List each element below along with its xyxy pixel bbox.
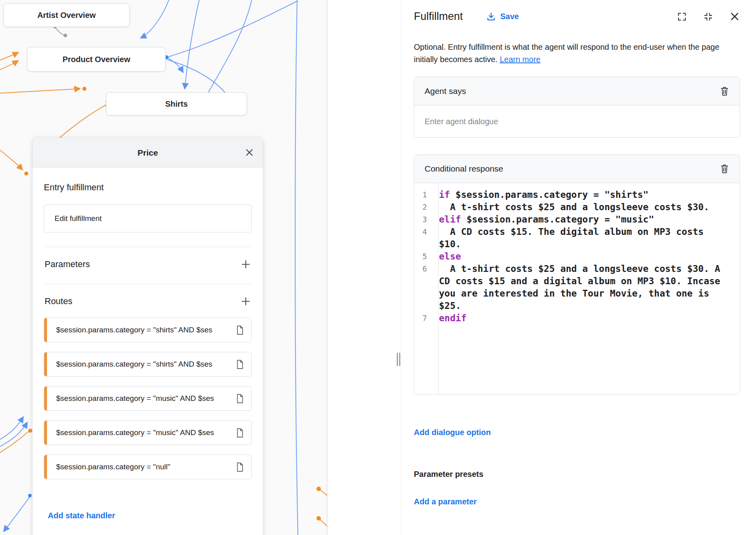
panel-description: Optional. Entry fulfillment is what the … bbox=[414, 41, 729, 66]
route-accent-bar bbox=[44, 421, 47, 445]
node-label: Artist Overview bbox=[37, 11, 96, 20]
code-line: 6 A t-shirt costs $25 and a longsleeve c… bbox=[414, 263, 740, 312]
agent-says-card: Agent says bbox=[414, 77, 740, 138]
line-number: 7 bbox=[414, 312, 433, 324]
code-line: 3 elif $session.params.category = "music… bbox=[414, 213, 740, 226]
close-icon bbox=[729, 11, 740, 22]
learn-more-link[interactable]: Learn more bbox=[500, 55, 541, 64]
route-condition: $session.params.category = "shirts" AND … bbox=[56, 360, 212, 369]
line-number: 3 bbox=[414, 213, 433, 226]
price-card-title: Price bbox=[137, 148, 158, 158]
doc-icon bbox=[236, 428, 244, 438]
expand-panel-button[interactable] bbox=[677, 12, 687, 22]
node-label: Product Overview bbox=[63, 55, 130, 64]
route-accent-bar bbox=[44, 352, 47, 376]
description-text: Optional. Entry fulfillment is what the … bbox=[414, 43, 719, 64]
node-label: Shirts bbox=[165, 100, 188, 109]
delete-agent-says-button[interactable] bbox=[720, 86, 729, 96]
price-card-header: Price bbox=[33, 138, 263, 168]
route-item[interactable]: $session.params.category = "shirts" AND … bbox=[44, 318, 252, 342]
route-condition: $session.params.category = "shirts" AND … bbox=[56, 326, 212, 334]
delete-conditional-response-button[interactable] bbox=[720, 164, 729, 174]
save-label: Save bbox=[500, 12, 519, 21]
doc-icon bbox=[236, 325, 244, 335]
route-item[interactable]: $session.params.category = "null" bbox=[44, 455, 252, 479]
entry-fulfillment-heading: Entry fulfillment bbox=[44, 182, 252, 193]
line-number: 2 bbox=[414, 201, 433, 213]
close-panel-button[interactable] bbox=[729, 11, 740, 22]
route-accent-bar bbox=[44, 387, 47, 410]
route-condition: $session.params.category = "music" AND $… bbox=[56, 428, 214, 437]
add-a-parameter-button[interactable]: Add a parameter bbox=[414, 497, 477, 506]
conditional-response-card: Conditional response 1 if $session.param… bbox=[414, 154, 740, 394]
code-line: 4 A CD costs $15. The digital album on M… bbox=[414, 226, 740, 250]
code-line: 5 else bbox=[414, 250, 740, 263]
exit-fullscreen-icon bbox=[703, 12, 713, 22]
route-item[interactable]: $session.params.category = "music" AND $… bbox=[44, 420, 252, 445]
add-state-handler-button[interactable]: Add state handler bbox=[48, 511, 115, 520]
trash-icon bbox=[720, 164, 729, 174]
edit-fulfillment-button[interactable]: Edit fulfillment bbox=[44, 205, 252, 232]
line-number: 1 bbox=[414, 189, 433, 201]
agent-dialogue-input[interactable] bbox=[425, 107, 729, 136]
route-item[interactable]: $session.params.category = "shirts" AND … bbox=[44, 352, 252, 377]
add-dialogue-option-button[interactable]: Add dialogue option bbox=[414, 428, 491, 437]
code-line: 7 endif bbox=[414, 312, 740, 324]
price-node-card: Price Entry fulfillment Edit fulfillment… bbox=[33, 138, 263, 535]
code-line: 1 if $session.params.category = "shirts" bbox=[414, 189, 740, 201]
line-number: 5 bbox=[414, 250, 433, 263]
doc-icon bbox=[236, 394, 244, 404]
code-line: 2 A t-shirt costs $25 and a longsleeve c… bbox=[414, 201, 740, 213]
conditional-response-title: Conditional response bbox=[425, 164, 503, 174]
plus-icon bbox=[241, 296, 251, 307]
routes-list: $session.params.category = "shirts" AND … bbox=[44, 318, 252, 479]
add-parameter-button[interactable] bbox=[241, 259, 251, 269]
add-route-button[interactable] bbox=[241, 296, 251, 307]
route-accent-bar bbox=[44, 455, 47, 479]
fullscreen-icon bbox=[677, 12, 687, 22]
node-shirts[interactable]: Shirts bbox=[106, 92, 247, 115]
gutter-divider bbox=[438, 183, 439, 394]
close-icon bbox=[245, 148, 254, 157]
save-button[interactable]: Save bbox=[486, 12, 519, 22]
plus-icon bbox=[241, 259, 251, 269]
node-product-overview[interactable]: Product Overview bbox=[27, 47, 166, 72]
doc-icon bbox=[236, 462, 244, 472]
condition-code-editor[interactable]: 1 if $session.params.category = "shirts"… bbox=[414, 183, 740, 394]
route-condition: $session.params.category = "music" AND $… bbox=[56, 394, 214, 403]
panel-resize-handle[interactable] bbox=[397, 353, 400, 366]
parameter-presets-heading: Parameter presets bbox=[414, 470, 740, 479]
line-number: 6 bbox=[414, 263, 433, 275]
save-icon bbox=[486, 12, 496, 22]
collapse-panel-button[interactable] bbox=[703, 12, 713, 22]
price-card-close-button[interactable] bbox=[245, 148, 254, 157]
agent-says-title: Agent says bbox=[425, 86, 466, 96]
panel-title: Fulfillment bbox=[414, 10, 463, 23]
parameters-heading: Parameters bbox=[45, 259, 90, 269]
fulfillment-panel: Fulfillment Save bbox=[401, 0, 756, 535]
route-item[interactable]: $session.params.category = "music" AND $… bbox=[44, 386, 252, 411]
route-accent-bar bbox=[44, 318, 47, 342]
routes-heading: Routes bbox=[45, 296, 72, 307]
route-condition: $session.params.category = "null" bbox=[56, 463, 170, 471]
flow-canvas[interactable]: Artist Overview Product Overview Shirts … bbox=[0, 0, 327, 535]
doc-icon bbox=[236, 359, 244, 369]
line-number: 4 bbox=[414, 226, 433, 238]
node-artist-overview[interactable]: Artist Overview bbox=[3, 3, 130, 27]
trash-icon bbox=[720, 86, 729, 96]
